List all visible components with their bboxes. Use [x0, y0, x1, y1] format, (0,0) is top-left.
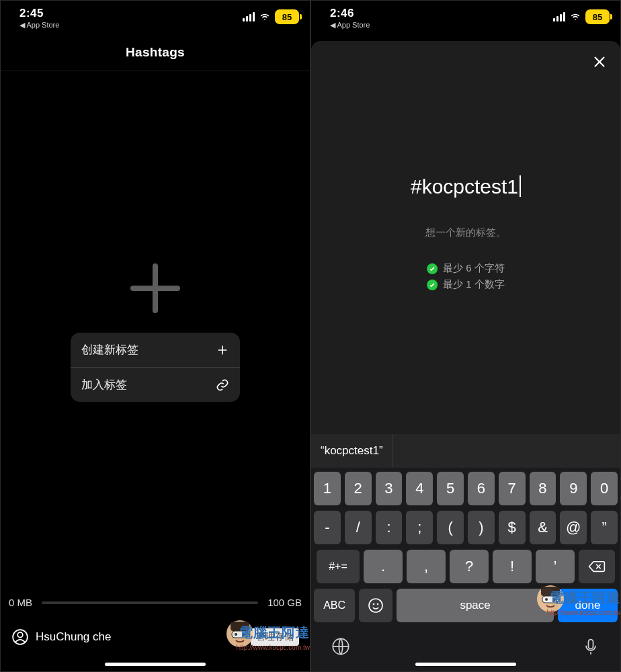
keyboard-row-1: 1234567890	[314, 472, 618, 505]
key-delete[interactable]	[579, 550, 615, 583]
svg-rect-11	[589, 640, 593, 649]
home-indicator[interactable]	[105, 663, 206, 666]
suggestion-item[interactable]: “kocpctest1”	[311, 434, 393, 468]
back-to-appstore[interactable]: ◀ App Store	[330, 21, 370, 29]
add-placeholder-icon[interactable]	[126, 259, 185, 321]
close-icon	[592, 54, 607, 69]
join-hashtag-item[interactable]: 加入标签	[71, 368, 240, 402]
key-;[interactable]: ;	[406, 511, 433, 544]
keyboard-suggestions: “kocpctest1”	[311, 434, 620, 468]
key-.[interactable]: .	[364, 550, 403, 583]
close-button[interactable]	[588, 50, 611, 76]
wifi-icon	[259, 12, 271, 22]
key-8[interactable]: 8	[530, 472, 556, 505]
input-hint: 想一个新的标签。	[311, 226, 620, 239]
svg-point-15	[545, 598, 548, 601]
key-abc[interactable]: ABC	[314, 589, 355, 622]
cellular-icon	[553, 12, 565, 22]
hashtag-input[interactable]: #kocpctest1	[311, 175, 620, 198]
key-9[interactable]: 9	[560, 472, 587, 505]
check-icon	[427, 280, 438, 290]
key-2[interactable]: 2	[345, 472, 372, 505]
key-$[interactable]: $	[499, 511, 526, 544]
key-:[interactable]: :	[376, 511, 403, 544]
watermark-sub: http://www.kocpc.com.tw	[237, 644, 310, 651]
key-/[interactable]: /	[345, 511, 372, 544]
key-&[interactable]: &	[530, 511, 556, 544]
divider	[1, 71, 310, 71]
rule-min-chars: 最少 6 个字符	[427, 262, 505, 275]
emoji-icon	[368, 597, 384, 614]
menu-label: 创建新标签	[81, 342, 138, 358]
key-([interactable]: (	[437, 511, 464, 544]
watermark-text: 電腦王阿達	[550, 589, 620, 607]
key-symbols[interactable]: #+=	[317, 550, 360, 583]
page-title: Hashtags	[1, 45, 310, 60]
key-emoji[interactable]	[359, 589, 392, 622]
menu-label: 加入标签	[81, 377, 127, 392]
key-5[interactable]: 5	[437, 472, 464, 505]
create-hashtag-item[interactable]: 创建新标签	[71, 333, 240, 367]
check-icon	[427, 263, 438, 274]
home-indicator[interactable]	[415, 663, 516, 666]
key-4[interactable]: 4	[406, 472, 433, 505]
key-![interactable]: !	[493, 550, 532, 583]
status-time: 2:45	[19, 7, 59, 20]
key-”[interactable]: ”	[591, 511, 618, 544]
key-7[interactable]: 7	[499, 472, 526, 505]
key-?[interactable]: ?	[450, 550, 489, 583]
key-’[interactable]: ’	[536, 550, 575, 583]
text-cursor	[520, 175, 521, 197]
svg-point-9	[377, 603, 379, 605]
wifi-icon	[569, 12, 581, 22]
status-bar: 2:46 ◀ App Store 85	[311, 1, 620, 40]
keyboard-row-3: #+= .,?!’	[314, 550, 618, 583]
hashtag-menu: 创建新标签 加入标签	[71, 333, 240, 402]
globe-icon[interactable]	[331, 637, 350, 656]
rule-min-digit: 最少 1 个数字	[427, 278, 505, 291]
key-@[interactable]: @	[560, 511, 587, 544]
battery-indicator: 85	[585, 9, 610, 24]
svg-point-5	[235, 633, 237, 636]
user-name: HsuChung che	[36, 630, 111, 644]
storage-bar: 0 MB 100 GB	[9, 597, 302, 608]
key-)[interactable]: )	[468, 511, 495, 544]
watermark-sub: http://www.kocpc.com.tw	[547, 609, 620, 616]
validation-rules: 最少 6 个字符 最少 1 个数字	[427, 259, 505, 294]
status-time: 2:46	[330, 7, 370, 20]
storage-used: 0 MB	[9, 597, 32, 608]
mic-icon[interactable]	[581, 637, 600, 656]
svg-point-8	[373, 603, 375, 605]
key-space[interactable]: space	[397, 589, 554, 622]
key-0[interactable]: 0	[591, 472, 618, 505]
link-icon	[216, 378, 229, 392]
key-3[interactable]: 3	[376, 472, 403, 505]
key-1[interactable]: 1	[314, 472, 341, 505]
svg-point-1	[17, 632, 23, 638]
storage-track	[42, 601, 258, 604]
key-,[interactable]: ,	[407, 550, 446, 583]
key--[interactable]: -	[314, 511, 341, 544]
watermark-text: 電腦王阿達	[239, 624, 310, 642]
keyboard-bottom-bar	[314, 628, 618, 657]
key-6[interactable]: 6	[468, 472, 495, 505]
storage-total: 100 GB	[267, 597, 302, 608]
keyboard: 1234567890 -/:;()$&@” #+= .,?!’ ABC spac…	[311, 468, 620, 671]
backspace-icon	[588, 560, 606, 573]
status-bar: 2:45 ◀ App Store 85	[1, 1, 310, 40]
avatar-icon	[11, 628, 29, 646]
svg-point-7	[369, 599, 382, 612]
modal-sheet: #kocpctest1 想一个新的标签。 最少 6 个字符 最少 1 个数字 “…	[311, 41, 620, 671]
plus-icon	[216, 343, 229, 357]
back-to-appstore[interactable]: ◀ App Store	[19, 21, 59, 29]
battery-indicator: 85	[275, 9, 299, 24]
keyboard-row-2: -/:;()$&@”	[314, 511, 618, 544]
cellular-icon	[243, 12, 255, 22]
